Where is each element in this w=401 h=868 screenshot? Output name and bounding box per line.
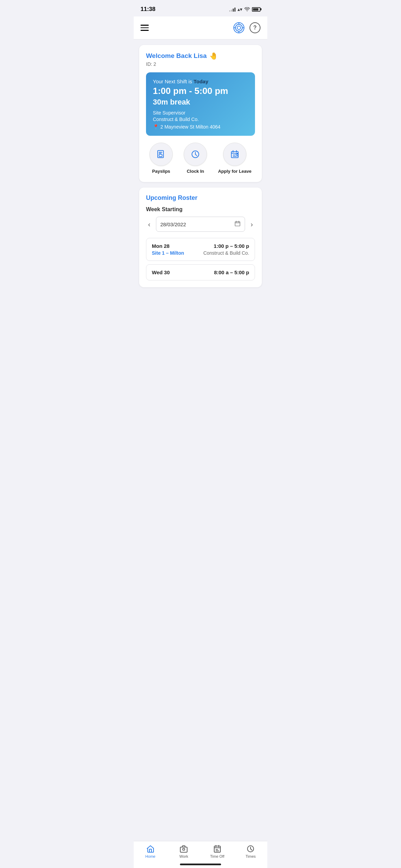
header-icons: ?: [233, 22, 260, 34]
clock-in-icon-circle: [184, 143, 207, 166]
date-value: 28/03/2022: [160, 221, 186, 227]
date-input-box[interactable]: 28/03/2022: [156, 217, 245, 232]
roster-item: Mon 28 1:00 p – 5:00 p Site 1 – Milton C…: [146, 238, 255, 261]
shift-banner: Your Next Shift is Today 1:00 pm - 5:00 …: [146, 72, 255, 136]
svg-rect-9: [159, 154, 162, 157]
roster-title: Upcoming Roster: [146, 194, 255, 202]
wave-emoji: 🤚: [209, 52, 218, 60]
menu-button[interactable]: [141, 25, 149, 31]
location-pin-icon: 📍: [153, 124, 159, 130]
shift-company: Construct & Build Co.: [153, 117, 248, 122]
app-header: ?: [134, 16, 267, 39]
leave-icon: [230, 149, 240, 159]
welcome-name: Welcome Back Lisa: [146, 52, 207, 60]
svg-rect-26: [149, 849, 151, 852]
roster-time: 1:00 p – 5:00 p: [214, 243, 249, 249]
battery-icon: [252, 7, 260, 12]
shift-today-highlight: Today: [194, 79, 208, 84]
apply-leave-icon-circle: [223, 143, 246, 166]
roster-item-top: Mon 28 1:00 p – 5:00 p: [152, 243, 249, 249]
welcome-header: Welcome Back Lisa 🤚: [146, 52, 255, 60]
svg-point-2: [235, 24, 242, 31]
nav-work-label: Work: [180, 854, 188, 858]
target-icon[interactable]: [233, 22, 245, 34]
roster-card: Upcoming Roster Week Starting ‹ 28/03/20…: [139, 188, 262, 287]
nav-times-label: Times: [245, 854, 256, 858]
roster-company: Construct & Build Co.: [203, 250, 249, 256]
wifi-icon: ▴▾: [238, 7, 242, 12]
roster-partial-top: Wed 30 8:00 a – 5:00 p: [152, 269, 249, 275]
calendar-icon: [234, 220, 241, 228]
payslips-icon: [156, 149, 166, 159]
shift-role: Site Supervisor: [153, 110, 248, 116]
apply-leave-button[interactable]: Apply for Leave: [218, 143, 252, 174]
roster-time-2: 8:00 a – 5:00 p: [214, 269, 249, 275]
shift-break: 30m break: [153, 98, 248, 107]
timeoff-icon: [213, 845, 221, 853]
next-week-button[interactable]: ›: [248, 219, 255, 230]
nav-timeoff-label: Time Off: [210, 854, 224, 858]
svg-rect-29: [214, 846, 220, 852]
svg-point-0: [247, 11, 247, 11]
svg-rect-22: [235, 222, 240, 226]
status-time: 11:38: [141, 6, 155, 13]
week-starting-label: Week Starting: [146, 206, 255, 213]
prev-week-button[interactable]: ‹: [146, 219, 153, 230]
status-icons: ▴▾: [229, 7, 260, 12]
clock-in-label: Clock In: [187, 169, 204, 174]
clock-in-button[interactable]: Clock In: [184, 143, 207, 174]
date-picker-row: ‹ 28/03/2022 ›: [146, 217, 255, 232]
home-indicator: [180, 864, 221, 865]
payslips-button[interactable]: Payslips: [149, 143, 173, 174]
action-buttons: Payslips Clock In: [146, 143, 255, 174]
clock-icon: [191, 149, 200, 159]
roster-day-2: Wed 30: [152, 269, 170, 275]
main-content: Welcome Back Lisa 🤚 ID: 2 Your Next Shif…: [134, 39, 267, 318]
work-icon: [180, 845, 188, 853]
roster-item-bottom: Site 1 – Milton Construct & Build Co.: [152, 250, 249, 256]
svg-point-3: [237, 26, 241, 29]
nav-work[interactable]: Work: [167, 845, 201, 858]
roster-day: Mon 28: [152, 243, 170, 249]
nav-home[interactable]: Home: [134, 845, 167, 858]
welcome-card: Welcome Back Lisa 🤚 ID: 2 Your Next Shif…: [139, 45, 262, 182]
times-icon: [246, 845, 255, 853]
payslips-label: Payslips: [152, 169, 170, 174]
status-bar: 11:38 ▴▾: [134, 0, 267, 16]
user-id: ID: 2: [146, 61, 255, 67]
shift-location: 📍 2 Mayneview St Milton 4064: [153, 124, 248, 130]
wifi-icon: [244, 7, 250, 11]
shift-time: 1:00 pm - 5:00 pm: [153, 86, 248, 96]
nav-times[interactable]: Times: [234, 845, 268, 858]
svg-line-37: [251, 849, 252, 850]
roster-site: Site 1 – Milton: [152, 250, 184, 256]
shift-next-label: Your Next Shift is Today: [153, 79, 248, 84]
roster-item-partial: Wed 30 8:00 a – 5:00 p: [146, 264, 255, 280]
help-button[interactable]: ?: [250, 22, 260, 33]
apply-leave-label: Apply for Leave: [218, 169, 252, 174]
nav-home-label: Home: [145, 854, 155, 858]
svg-rect-15: [231, 152, 238, 158]
signal-icon: [229, 7, 235, 12]
svg-rect-27: [180, 847, 187, 852]
svg-line-14: [195, 154, 197, 156]
svg-rect-28: [183, 848, 185, 850]
payslips-icon-circle: [149, 143, 173, 166]
nav-timeoff[interactable]: Time Off: [200, 845, 234, 858]
home-icon: [146, 845, 155, 853]
